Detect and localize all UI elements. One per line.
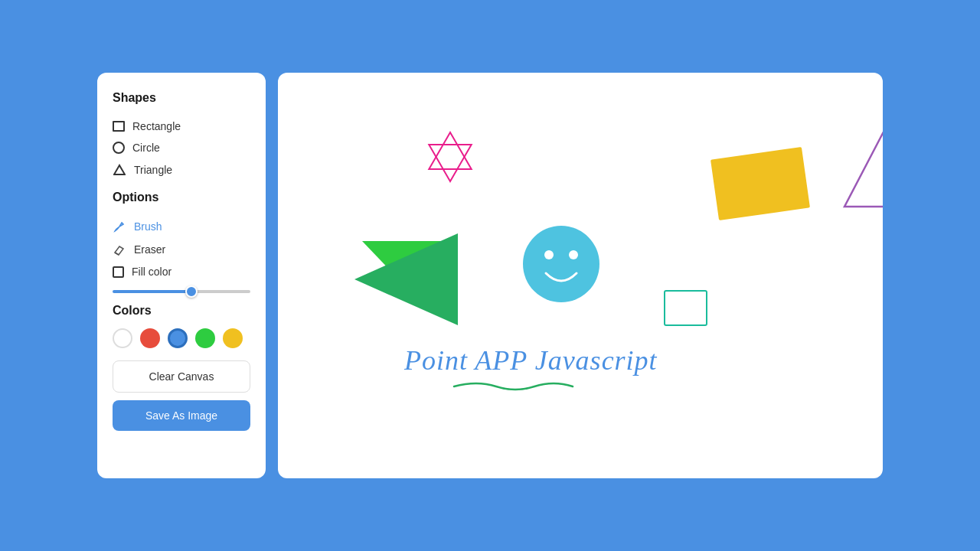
shape-triangle[interactable]: Triangle — [113, 158, 250, 181]
svg-rect-6 — [710, 147, 810, 220]
color-green[interactable] — [195, 328, 215, 348]
app-container: Shapes Rectangle Circle Triangle Options — [97, 73, 883, 478]
eraser-option[interactable]: Eraser — [113, 238, 250, 261]
svg-marker-5 — [429, 145, 471, 181]
svg-line-1 — [122, 223, 123, 224]
eraser-label: Eraser — [134, 243, 165, 256]
svg-marker-0 — [114, 165, 125, 174]
color-blue[interactable] — [168, 328, 188, 348]
svg-marker-4 — [429, 132, 471, 169]
brush-icon — [113, 220, 126, 233]
save-image-button[interactable]: Save As Image — [113, 400, 250, 431]
color-swatches — [113, 328, 250, 348]
clear-canvas-button[interactable]: Clear Canvas — [113, 360, 250, 393]
circle-icon — [113, 142, 125, 154]
svg-point-9 — [523, 226, 599, 302]
fill-color-label: Fill color — [132, 266, 172, 278]
rectangle-icon — [113, 121, 125, 132]
svg-point-11 — [569, 250, 578, 259]
fill-color-option[interactable]: Fill color — [113, 261, 250, 282]
triangle-icon — [113, 163, 126, 177]
shapes-title: Shapes — [113, 91, 250, 105]
colors-title: Colors — [113, 304, 250, 318]
colors-section: Colors — [113, 304, 250, 348]
shape-triangle-label: Triangle — [134, 164, 172, 176]
shape-circle[interactable]: Circle — [113, 137, 250, 158]
brush-size-slider[interactable] — [113, 290, 250, 293]
svg-text:Point APP Javascript: Point APP Javascript — [403, 345, 658, 376]
svg-line-2 — [115, 253, 119, 255]
slider-thumb[interactable] — [185, 285, 198, 298]
sidebar: Shapes Rectangle Circle Triangle Options — [97, 73, 266, 478]
fill-color-checkbox[interactable] — [113, 266, 124, 278]
color-red[interactable] — [140, 328, 160, 348]
svg-point-10 — [544, 250, 554, 259]
color-yellow[interactable] — [223, 328, 243, 348]
color-white[interactable] — [113, 328, 132, 348]
brush-option[interactable]: Brush — [113, 215, 250, 238]
options-title: Options — [113, 191, 250, 204]
eraser-icon — [113, 243, 126, 256]
brush-label: Brush — [134, 220, 162, 233]
drawing-canvas[interactable]: Point APP Javascript — [278, 73, 883, 478]
shape-circle-label: Circle — [132, 142, 160, 154]
svg-rect-12 — [665, 291, 707, 325]
shape-rectangle-label: Rectangle — [132, 120, 181, 132]
shape-rectangle[interactable]: Rectangle — [113, 116, 250, 137]
svg-marker-3 — [844, 119, 883, 207]
